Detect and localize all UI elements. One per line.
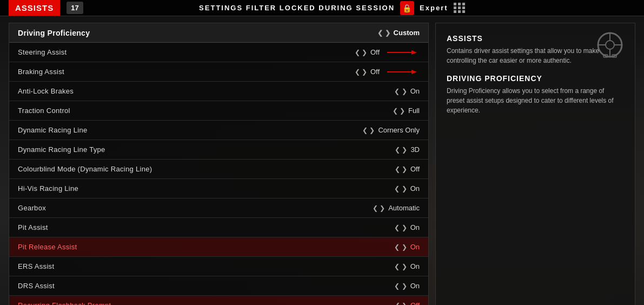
chevron-left-right-icon: ❮ ❯	[355, 68, 367, 76]
assists-badge: ASSISTS	[9, 0, 60, 16]
chevron-left-right-icon: ❮ ❯	[377, 29, 390, 37]
settings-row[interactable]: Dynamic Racing Line ❮ ❯ Corners Only	[9, 121, 428, 140]
assists-label: ASSISTS	[15, 3, 54, 12]
chevron-left-right-icon: ❮ ❯	[394, 282, 407, 290]
lock-icon: 🔒	[400, 1, 414, 15]
body-area: Driving Proficiency ❮ ❯ Custom Steering …	[0, 16, 644, 305]
svg-point-5	[606, 41, 614, 49]
proficiency-info-title: DRIVING PROFICIENCY	[447, 74, 624, 83]
header-center: SETTINGS FILTER LOCKED DURING SESSION 🔒 …	[199, 1, 465, 15]
chevron-left-right-icon: ❮ ❯	[393, 107, 405, 115]
grid-view-icon[interactable]	[454, 3, 466, 13]
chevron-left-right-icon: ❮ ❯	[395, 146, 407, 154]
settings-row[interactable]: Steering Assist ❮ ❯ Off	[9, 43, 428, 62]
filter-text: SETTINGS FILTER LOCKED DURING SESSION	[199, 4, 395, 12]
chevron-left-right-icon: ❮ ❯	[394, 88, 407, 95]
settings-row[interactable]: Hi-Vis Racing Line ❮ ❯ On	[9, 179, 428, 198]
arrow-indicator	[387, 68, 420, 76]
settings-row[interactable]: Gearbox ❮ ❯ Automatic	[9, 198, 428, 218]
proficiency-info-text: Driving Proficiency allows you to select…	[447, 86, 624, 115]
settings-row[interactable]: Driving Proficiency ❮ ❯ Custom	[9, 23, 428, 43]
chevron-left-right-icon: ❮ ❯	[394, 263, 407, 270]
svg-marker-1	[411, 50, 417, 55]
chevron-left-right-icon: ❮ ❯	[362, 127, 375, 134]
chevron-left-right-icon: ❮ ❯	[394, 185, 407, 193]
info-panel: ASSISTS Contains driver assist settings …	[435, 23, 635, 305]
settings-panel: Driving Proficiency ❮ ❯ Custom Steering …	[9, 23, 429, 305]
proficiency-info-section: DRIVING PROFICIENCY Driving Proficiency …	[447, 74, 624, 115]
chevron-left-right-icon: ❮ ❯	[355, 49, 367, 56]
settings-row-highlighted[interactable]: Pit Release Assist ❮ ❯ On	[9, 237, 428, 257]
settings-row[interactable]: DRS Assist ❮ ❯ On	[9, 276, 428, 296]
chevron-left-right-icon: ❮ ❯	[395, 302, 407, 306]
chevron-left-right-icon: ❮ ❯	[394, 224, 407, 231]
expert-label: Expert	[420, 4, 448, 12]
chevron-left-right-icon: ❮ ❯	[394, 243, 407, 251]
settings-row[interactable]: Colourblind Mode (Dynamic Racing Line) ❮…	[9, 160, 428, 179]
header-left: ASSISTS 17	[9, 0, 83, 16]
settings-row[interactable]: Pit Assist ❮ ❯ On	[9, 218, 428, 237]
settings-row[interactable]: Dynamic Racing Line Type ❮ ❯ 3D	[9, 140, 428, 160]
arrow-indicator	[387, 48, 420, 57]
settings-row-highlighted[interactable]: Recurring Flashback Prompt ❮ ❯ Off	[9, 296, 428, 305]
badge-number: 17	[67, 2, 83, 14]
steering-wheel-icon	[594, 31, 626, 61]
svg-marker-3	[411, 70, 417, 74]
settings-row[interactable]: Braking Assist ❮ ❯ Off	[9, 62, 428, 82]
chevron-left-right-icon: ❮ ❯	[395, 165, 407, 173]
chevron-left-right-icon: ❮ ❯	[373, 204, 385, 212]
settings-row[interactable]: ERS Assist ❮ ❯ On	[9, 257, 428, 276]
settings-row[interactable]: Anti-Lock Brakes ❮ ❯ On	[9, 82, 428, 101]
settings-row[interactable]: Traction Control ❮ ❯ Full	[9, 101, 428, 121]
header-bar: ASSISTS 17 SETTINGS FILTER LOCKED DURING…	[0, 0, 644, 16]
